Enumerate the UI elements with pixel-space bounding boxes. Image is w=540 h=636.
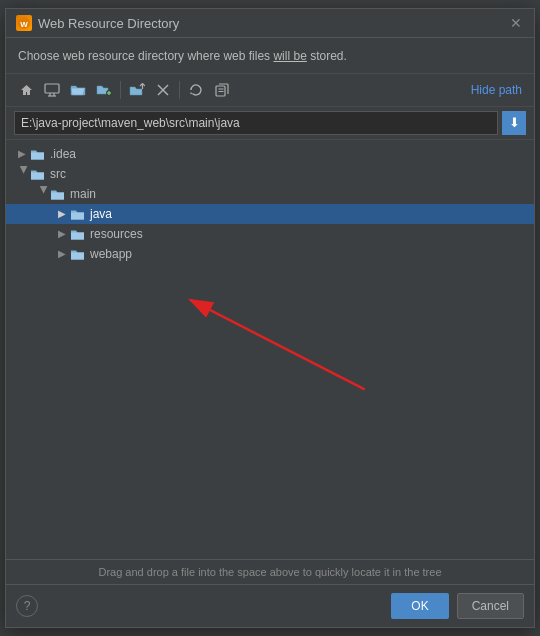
path-download-button[interactable]: ⬇ <box>502 111 526 135</box>
folder-open-button[interactable] <box>66 78 90 102</box>
path-input[interactable] <box>14 111 498 135</box>
refresh-button[interactable] <box>184 78 208 102</box>
delete-button[interactable] <box>151 78 175 102</box>
svg-text:W: W <box>20 20 28 29</box>
close-button[interactable]: ✕ <box>508 15 524 31</box>
expand-arrow-src: ▶ <box>14 166 30 182</box>
toolbar: Hide path <box>6 74 534 107</box>
expand-arrow-java: ▶ <box>54 206 70 222</box>
svg-line-16 <box>190 300 364 390</box>
title-bar: W Web Resource Directory ✕ <box>6 9 534 38</box>
description-highlight: will be <box>273 49 306 63</box>
tree-area[interactable]: ▶ .idea ▶ src ▶ <box>6 140 534 559</box>
ok-button[interactable]: OK <box>391 593 448 619</box>
tree-item-idea[interactable]: ▶ .idea <box>6 144 534 164</box>
copy-path-button[interactable] <box>210 78 234 102</box>
folder-icon-webapp <box>70 248 86 260</box>
tree-label-main: main <box>70 187 96 201</box>
title-bar-left: W Web Resource Directory <box>16 15 179 31</box>
tree-label-src: src <box>50 167 66 181</box>
home-button[interactable] <box>14 78 38 102</box>
tree-item-java[interactable]: ▶ java <box>6 204 534 224</box>
toolbar-separator <box>120 81 121 99</box>
toolbar-left <box>14 78 234 102</box>
folder-icon-idea <box>30 148 46 160</box>
expand-arrow-webapp: ▶ <box>54 246 70 262</box>
folder-icon-java <box>70 208 86 220</box>
path-bar: ⬇ <box>6 107 534 140</box>
expand-arrow-main: ▶ <box>34 186 50 202</box>
folder-up-button[interactable] <box>125 78 149 102</box>
tree-item-webapp[interactable]: ▶ webapp <box>6 244 534 264</box>
folder-icon-src <box>30 168 46 180</box>
toolbar-separator-2 <box>179 81 180 99</box>
hide-path-link[interactable]: Hide path <box>471 83 526 97</box>
tree-item-resources[interactable]: ▶ resources <box>6 224 534 244</box>
tree-item-src[interactable]: ▶ src <box>6 164 534 184</box>
expand-arrow-resources: ▶ <box>54 226 70 242</box>
app-icon: W <box>16 15 32 31</box>
tree-label-resources: resources <box>90 227 143 241</box>
tree-label-idea: .idea <box>50 147 76 161</box>
tree-item-main[interactable]: ▶ main <box>6 184 534 204</box>
description: Choose web resource directory where web … <box>6 38 534 74</box>
dialog-title: Web Resource Directory <box>38 16 179 31</box>
action-bar: ? OK Cancel <box>6 584 534 627</box>
new-folder-button[interactable] <box>92 78 116 102</box>
cancel-button[interactable]: Cancel <box>457 593 524 619</box>
folder-icon-resources <box>70 228 86 240</box>
folder-icon-main <box>50 188 66 200</box>
dialog: W Web Resource Directory ✕ Choose web re… <box>5 8 535 628</box>
expand-arrow-idea: ▶ <box>14 146 30 162</box>
action-buttons: OK Cancel <box>391 593 524 619</box>
tree-label-webapp: webapp <box>90 247 132 261</box>
tree-label-java: java <box>90 207 112 221</box>
help-button[interactable]: ? <box>16 595 38 617</box>
monitor-button[interactable] <box>40 78 64 102</box>
svg-rect-2 <box>45 84 59 93</box>
status-bar: Drag and drop a file into the space abov… <box>6 559 534 584</box>
